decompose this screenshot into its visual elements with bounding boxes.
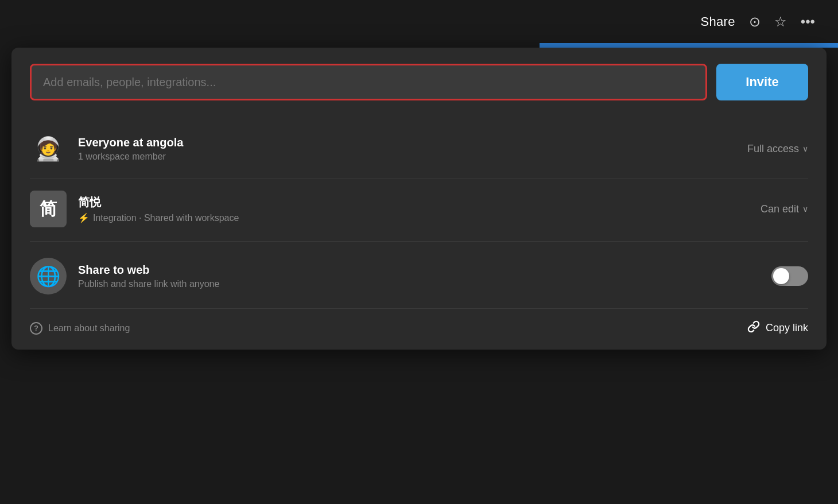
- member-item: 🧑‍🚀 Everyone at angola 1 workspace membe…: [30, 119, 808, 179]
- member-name: 简悦: [78, 195, 761, 210]
- chevron-down-icon: ∨: [802, 144, 808, 153]
- toggle-container: [771, 266, 808, 286]
- share-panel: Invite 🧑‍🚀 Everyone at angola 1 workspac…: [11, 48, 827, 350]
- share-web-subtitle: Publish and share link with anyone: [78, 279, 771, 289]
- integration-icon: ⚡: [78, 212, 90, 223]
- email-input[interactable]: [30, 64, 707, 100]
- input-row: Invite: [30, 64, 808, 100]
- permission-dropdown[interactable]: Full access ∨: [747, 143, 808, 155]
- permission-label: Can edit: [761, 203, 799, 215]
- share-web-info: Share to web Publish and share link with…: [78, 263, 771, 289]
- member-info: Everyone at angola 1 workspace member: [78, 136, 747, 162]
- permission-dropdown[interactable]: Can edit ∨: [761, 203, 808, 215]
- star-icon[interactable]: ☆: [774, 14, 787, 30]
- avatar: 简: [30, 191, 67, 227]
- member-item: 简 简悦 ⚡ Integration · Shared with workspa…: [30, 179, 808, 239]
- top-bar: Share ⊙ ☆ •••: [0, 0, 838, 43]
- member-sub: ⚡ Integration · Shared with workspace: [78, 212, 761, 223]
- share-to-web-toggle[interactable]: [771, 266, 808, 286]
- blue-accent-bar: [540, 43, 838, 48]
- member-info: 简悦 ⚡ Integration · Shared with workspace: [78, 195, 761, 223]
- panel-footer: ? Learn about sharing Copy link: [30, 309, 808, 350]
- copy-link-label: Copy link: [766, 322, 808, 334]
- learn-label: Learn about sharing: [48, 323, 130, 334]
- section-divider: [30, 241, 808, 242]
- invite-button[interactable]: Invite: [716, 64, 808, 100]
- copy-link-button[interactable]: Copy link: [747, 320, 808, 336]
- more-icon[interactable]: •••: [801, 14, 815, 30]
- share-web-title: Share to web: [78, 263, 771, 277]
- member-sub: 1 workspace member: [78, 152, 747, 162]
- share-button[interactable]: Share: [701, 14, 735, 29]
- member-name: Everyone at angola: [78, 136, 747, 149]
- share-to-web-row: 🌐 Share to web Publish and share link wi…: [30, 244, 808, 309]
- question-icon: ?: [30, 322, 42, 335]
- link-icon: [747, 320, 760, 336]
- members-list: 🧑‍🚀 Everyone at angola 1 workspace membe…: [30, 119, 808, 239]
- learn-about-sharing-link[interactable]: ? Learn about sharing: [30, 322, 130, 335]
- permission-label: Full access: [747, 143, 799, 155]
- globe-icon: 🌐: [30, 258, 67, 294]
- toggle-knob: [773, 268, 789, 284]
- avatar: 🧑‍🚀: [30, 130, 67, 167]
- history-icon[interactable]: ⊙: [749, 14, 761, 30]
- chevron-down-icon: ∨: [802, 204, 808, 214]
